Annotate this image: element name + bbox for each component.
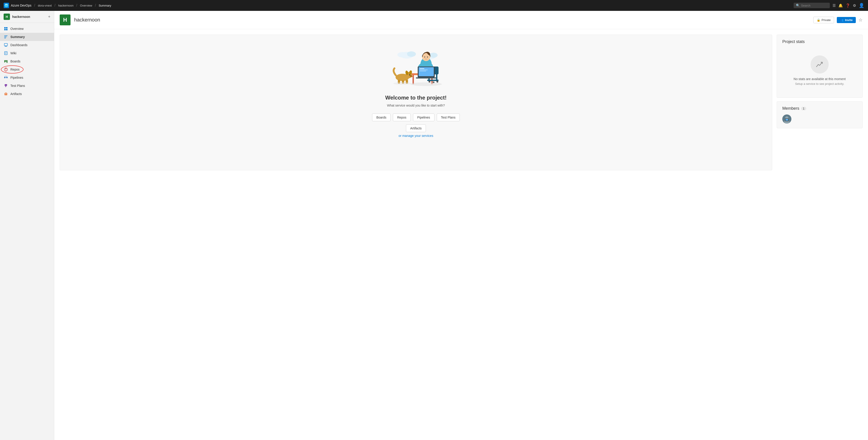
- list-icon[interactable]: ☰: [833, 3, 836, 8]
- svg-rect-2: [6, 27, 7, 29]
- sidebar: H hackernoon + Overview Summary: [0, 11, 54, 440]
- invite-icon: 👥: [840, 18, 844, 22]
- svg-point-38: [427, 57, 428, 57]
- svg-rect-44: [420, 70, 428, 70]
- private-button[interactable]: 🔒 Private: [813, 17, 834, 23]
- breadcrumb-overview[interactable]: Overview: [80, 4, 92, 7]
- stats-setup-text: Setup a service to see project activity.: [795, 82, 844, 86]
- svg-rect-64: [785, 119, 788, 121]
- sidebar-nav: Overview Summary Dashboards: [0, 23, 54, 100]
- stats-chart-icon: [811, 55, 829, 74]
- svg-point-54: [410, 75, 412, 77]
- sidebar-item-dashboards[interactable]: Dashboards: [0, 41, 54, 49]
- manage-services-link[interactable]: or manage your services: [399, 134, 433, 138]
- star-button[interactable]: ☆: [859, 17, 863, 23]
- svg-point-58: [410, 82, 442, 86]
- sidebar-item-dashboards-label: Dashboards: [10, 43, 28, 47]
- sidebar-item-boards[interactable]: Boards: [0, 57, 54, 65]
- topnav-logo[interactable]: Azure DevOps: [4, 3, 31, 8]
- boards-icon: [4, 59, 8, 64]
- testplans-icon: [4, 84, 8, 88]
- svg-rect-1: [4, 27, 6, 29]
- help-icon[interactable]: ❓: [846, 3, 850, 8]
- sidebar-item-overview[interactable]: Overview: [0, 25, 54, 33]
- sidebar-project-name: hackernoon: [12, 15, 30, 19]
- svg-point-51: [409, 75, 410, 76]
- sidebar-item-testplans[interactable]: Test Plans: [0, 82, 54, 90]
- lock-icon: 🔒: [817, 18, 820, 22]
- breadcrumb-dora[interactable]: dora-vnext: [38, 4, 52, 7]
- welcome-btn-repos[interactable]: Repos: [393, 114, 410, 121]
- settings-icon[interactable]: ⚙: [853, 3, 856, 8]
- members-count-badge: 1: [801, 107, 806, 110]
- svg-rect-3: [4, 29, 6, 30]
- user-avatar-icon[interactable]: 👤: [859, 3, 864, 8]
- search-icon: 🔍: [796, 4, 800, 7]
- svg-rect-5: [4, 35, 7, 36]
- svg-point-32: [429, 81, 430, 83]
- welcome-card: Welcome to the project! What service wou…: [60, 35, 772, 170]
- sidebar-item-summary-label: Summary: [10, 35, 25, 39]
- sidebar-item-wiki-label: Wiki: [10, 51, 16, 55]
- sidebar-item-repos[interactable]: Repos: [0, 65, 54, 74]
- svg-rect-7: [4, 38, 6, 38]
- members-label: Members: [782, 106, 799, 111]
- invite-button[interactable]: 👥 Invite: [837, 17, 856, 23]
- svg-point-20: [407, 51, 416, 57]
- breadcrumb-summary: Summary: [98, 4, 111, 7]
- svg-rect-8: [4, 43, 7, 46]
- breadcrumb-sep-4: /: [95, 3, 96, 7]
- member-avatar-0[interactable]: [782, 115, 792, 123]
- breadcrumb-hackernoon[interactable]: hackernoon: [58, 4, 73, 7]
- welcome-service-buttons-row2: Artifacts: [406, 124, 426, 132]
- main-content: H hackernoon 🔒 Private 👥 Invite ☆: [54, 11, 868, 440]
- sidebar-item-overview-label: Overview: [10, 27, 24, 31]
- svg-rect-31: [427, 80, 438, 81]
- stats-chart-area: No stats are available at this moment Se…: [782, 48, 857, 93]
- sidebar-add-button[interactable]: +: [48, 14, 51, 19]
- welcome-btn-testplans[interactable]: Test Plans: [437, 114, 460, 121]
- search-box[interactable]: 🔍: [794, 3, 830, 8]
- app-body: H hackernoon + Overview Summary: [0, 11, 868, 440]
- breadcrumb-sep-3: /: [76, 3, 77, 7]
- svg-rect-4: [6, 29, 7, 30]
- svg-point-17: [6, 77, 8, 78]
- svg-point-21: [397, 52, 407, 57]
- sidebar-item-repos-label: Repos: [10, 68, 20, 71]
- svg-rect-11: [4, 60, 5, 62]
- pipelines-icon: [4, 75, 8, 80]
- svg-rect-46: [416, 77, 436, 79]
- svg-point-52: [410, 75, 410, 75]
- sidebar-item-summary[interactable]: Summary: [0, 33, 54, 41]
- sidebar-item-artifacts[interactable]: Artifacts: [0, 90, 54, 98]
- svg-point-15: [5, 68, 6, 69]
- dashboards-icon: [4, 43, 8, 47]
- members-card: Members 1: [777, 101, 863, 128]
- project-stats-title: Project stats: [782, 39, 857, 44]
- welcome-btn-artifacts[interactable]: Artifacts: [406, 124, 426, 132]
- sidebar-project-info: H hackernoon: [4, 13, 30, 20]
- azure-devops-logo-icon: [4, 3, 9, 8]
- topnav-brand-label: Azure DevOps: [11, 4, 31, 7]
- svg-point-59: [393, 82, 411, 85]
- search-input[interactable]: [801, 4, 828, 7]
- project-header-left: H hackernoon: [60, 14, 100, 25]
- sidebar-item-pipelines[interactable]: Pipelines: [0, 74, 54, 82]
- welcome-btn-boards[interactable]: Boards: [372, 114, 391, 121]
- member-avatar-icon: [782, 115, 792, 123]
- sidebar-item-boards-label: Boards: [10, 59, 20, 63]
- sidebar-project-avatar: H: [4, 13, 10, 20]
- notification-icon[interactable]: 🔔: [838, 3, 843, 8]
- members-title: Members 1: [782, 106, 857, 111]
- right-panel: Project stats No stats are available at …: [777, 35, 863, 128]
- svg-point-23: [430, 53, 438, 58]
- svg-rect-45: [420, 71, 426, 71]
- project-header-right: 🔒 Private 👥 Invite ☆: [813, 17, 863, 23]
- wiki-icon: [4, 51, 8, 55]
- chart-trend-icon: [815, 60, 824, 69]
- svg-rect-12: [5, 60, 6, 62]
- project-header-avatar: H: [60, 14, 70, 25]
- sidebar-item-wiki[interactable]: Wiki: [0, 49, 54, 57]
- welcome-btn-pipelines[interactable]: Pipelines: [413, 114, 434, 121]
- project-stats-card: Project stats No stats are available at …: [777, 35, 863, 98]
